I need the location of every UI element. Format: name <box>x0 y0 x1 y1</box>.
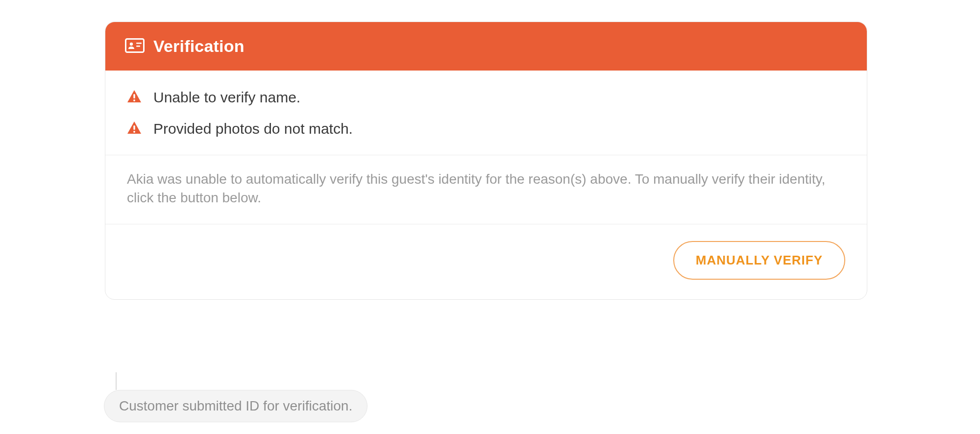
svg-point-1 <box>130 42 133 45</box>
warning-icon <box>127 121 142 137</box>
status-chip: Customer submitted ID for verification. <box>104 390 368 422</box>
explanation-text: Akia was unable to automatically verify … <box>105 155 867 224</box>
card-header: Verification <box>105 22 867 71</box>
card-actions: MANUALLY VERIFY <box>105 224 867 299</box>
svg-rect-0 <box>126 39 144 52</box>
warning-text: Unable to verify name. <box>153 89 300 106</box>
svg-point-5 <box>133 99 135 101</box>
id-card-icon <box>125 38 145 55</box>
card-warnings: Unable to verify name. Provided photos d… <box>105 71 867 155</box>
svg-rect-4 <box>133 94 135 98</box>
warning-row: Provided photos do not match. <box>127 121 845 137</box>
svg-rect-3 <box>136 46 140 47</box>
warning-text: Provided photos do not match. <box>153 121 353 137</box>
card-title: Verification <box>153 37 245 56</box>
verification-card: Verification Unable to verify name. <box>105 22 867 300</box>
svg-point-7 <box>133 131 135 133</box>
warning-icon <box>127 90 142 105</box>
svg-rect-6 <box>133 125 135 130</box>
manually-verify-button[interactable]: MANUALLY VERIFY <box>673 241 845 280</box>
svg-rect-2 <box>136 43 142 44</box>
warning-row: Unable to verify name. <box>127 89 845 106</box>
timeline-connector <box>116 372 117 390</box>
